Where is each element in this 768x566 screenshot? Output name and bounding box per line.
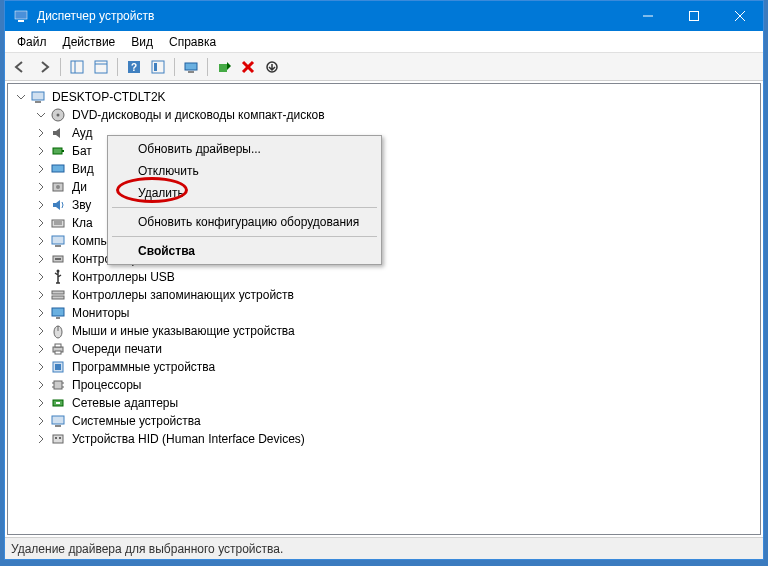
expand-icon[interactable]	[34, 360, 48, 374]
expand-icon[interactable]	[34, 144, 48, 158]
ctx-uninstall[interactable]: Удалить	[110, 182, 379, 204]
svg-point-23	[57, 114, 60, 117]
toolbar: ?	[5, 53, 763, 81]
svg-rect-25	[62, 150, 64, 152]
tree-label: Устройства HID (Human Interface Devices)	[70, 431, 307, 447]
window-controls	[625, 1, 763, 31]
tree-item-hid[interactable]: Устройства HID (Human Interface Devices)	[34, 430, 760, 448]
forward-button[interactable]	[33, 56, 55, 78]
expand-icon[interactable]	[34, 324, 48, 338]
tree-item-cpu[interactable]: Процессоры	[34, 376, 760, 394]
svg-rect-35	[55, 258, 61, 260]
tree-label: Зву	[70, 197, 93, 213]
expand-icon[interactable]	[34, 162, 48, 176]
tree-label: Системные устройства	[70, 413, 203, 429]
expand-icon[interactable]	[34, 234, 48, 248]
computer-icon	[30, 89, 46, 105]
ctx-scan-hardware[interactable]: Обновить конфигурацию оборудования	[110, 211, 379, 233]
tree-item-system[interactable]: Системные устройства	[34, 412, 760, 430]
tree-item-dvd[interactable]: DVD-дисководы и дисководы компакт-дисков	[34, 106, 760, 124]
ctx-separator	[112, 236, 377, 237]
window-title: Диспетчер устройств	[37, 9, 625, 23]
tree-label: Вид	[70, 161, 96, 177]
titlebar[interactable]: Диспетчер устройств	[5, 1, 763, 31]
processor-icon	[50, 377, 66, 393]
properties-button[interactable]	[90, 56, 112, 78]
minimize-button[interactable]	[625, 1, 671, 31]
expand-icon[interactable]	[34, 198, 48, 212]
expand-icon[interactable]	[34, 414, 48, 428]
expand-icon[interactable]	[34, 432, 48, 446]
ctx-update-drivers[interactable]: Обновить драйверы...	[110, 138, 379, 160]
svg-rect-40	[56, 317, 60, 319]
menu-view[interactable]: Вид	[123, 33, 161, 51]
collapse-icon[interactable]	[34, 108, 48, 122]
show-hide-tree-button[interactable]	[66, 56, 88, 78]
maximize-button[interactable]	[671, 1, 717, 31]
svg-rect-26	[52, 165, 64, 172]
tree-label: Ди	[70, 179, 89, 195]
action-button[interactable]	[147, 56, 169, 78]
svg-rect-24	[53, 148, 62, 154]
menu-action[interactable]: Действие	[55, 33, 124, 51]
menu-help[interactable]: Справка	[161, 33, 224, 51]
collapse-icon[interactable]	[14, 90, 28, 104]
tree-root[interactable]: DESKTOP-CTDLT2K	[14, 88, 760, 106]
toolbar-separator	[207, 58, 208, 76]
disable-button[interactable]	[261, 56, 283, 78]
device-tree-panel[interactable]: DESKTOP-CTDLT2K DVD-дисководы и дисковод…	[7, 83, 761, 535]
expand-icon[interactable]	[34, 306, 48, 320]
uninstall-button[interactable]	[237, 56, 259, 78]
statusbar: Удаление драйвера для выбранного устройс…	[5, 537, 763, 559]
device-manager-window: Диспетчер устройств Файл Действие Вид Сп…	[4, 0, 764, 560]
tree-label: Ауд	[70, 125, 94, 141]
scan-hardware-button[interactable]	[180, 56, 202, 78]
svg-rect-8	[95, 61, 107, 73]
keyboard-icon	[50, 215, 66, 231]
toolbar-separator	[117, 58, 118, 76]
expand-icon[interactable]	[34, 288, 48, 302]
tree-label: Контроллеры запоминающих устройств	[70, 287, 296, 303]
tree-label: DESKTOP-CTDLT2K	[50, 89, 168, 105]
svg-rect-14	[185, 63, 197, 70]
expand-icon[interactable]	[34, 342, 48, 356]
printer-icon	[50, 341, 66, 357]
expand-icon[interactable]	[34, 126, 48, 140]
expand-icon[interactable]	[34, 180, 48, 194]
ctx-disable[interactable]: Отключить	[110, 160, 379, 182]
expand-icon[interactable]	[34, 378, 48, 392]
svg-rect-32	[52, 236, 64, 244]
close-button[interactable]	[717, 1, 763, 31]
context-menu: Обновить драйверы... Отключить Удалить О…	[107, 135, 382, 265]
svg-rect-20	[32, 92, 44, 100]
ide-controller-icon	[50, 251, 66, 267]
svg-rect-59	[59, 437, 61, 439]
expand-icon[interactable]	[34, 252, 48, 266]
tree-item-software[interactable]: Программные устройства	[34, 358, 760, 376]
svg-rect-33	[55, 245, 61, 247]
svg-rect-38	[52, 296, 64, 299]
tree-label: Кла	[70, 215, 95, 231]
expand-icon[interactable]	[34, 396, 48, 410]
svg-rect-3	[690, 12, 699, 21]
tree-item-storage[interactable]: Контроллеры запоминающих устройств	[34, 286, 760, 304]
ctx-properties[interactable]: Свойства	[110, 240, 379, 262]
back-button[interactable]	[9, 56, 31, 78]
update-driver-button[interactable]	[213, 56, 235, 78]
expand-icon[interactable]	[34, 270, 48, 284]
menu-file[interactable]: Файл	[9, 33, 55, 51]
tree-item-monitors[interactable]: Мониторы	[34, 304, 760, 322]
software-device-icon	[50, 359, 66, 375]
svg-rect-47	[55, 364, 61, 370]
svg-text:?: ?	[131, 62, 137, 73]
battery-icon	[50, 143, 66, 159]
toolbar-separator	[174, 58, 175, 76]
tree-item-network[interactable]: Сетевые адаптеры	[34, 394, 760, 412]
tree-item-mice[interactable]: Мыши и иные указывающие устройства	[34, 322, 760, 340]
tree-label: Процессоры	[70, 377, 144, 393]
expand-icon[interactable]	[34, 216, 48, 230]
tree-item-usb[interactable]: Контроллеры USB	[34, 268, 760, 286]
tree-item-printq[interactable]: Очереди печати	[34, 340, 760, 358]
help-button[interactable]: ?	[123, 56, 145, 78]
app-icon	[13, 8, 29, 24]
